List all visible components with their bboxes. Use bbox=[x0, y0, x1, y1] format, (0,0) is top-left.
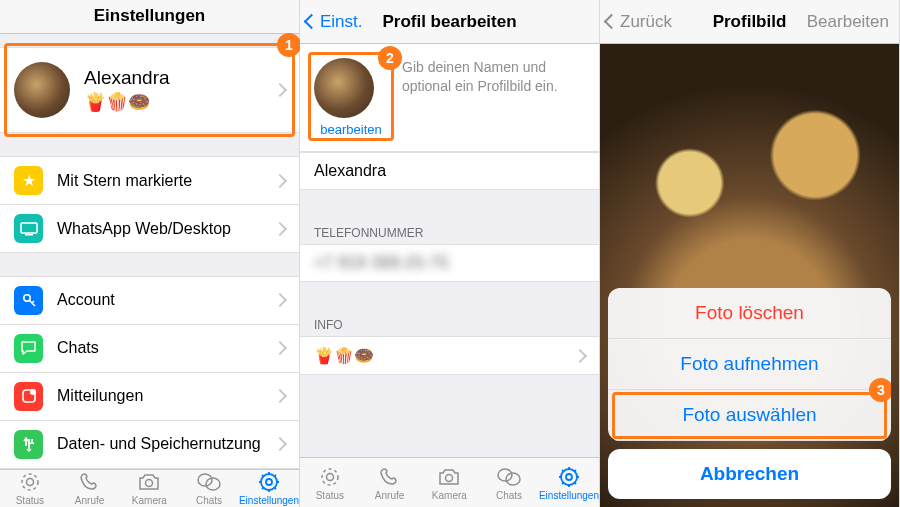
tab-chats[interactable]: Chats bbox=[479, 458, 539, 507]
option-choose-photo[interactable]: Foto auswählen bbox=[608, 390, 891, 441]
chevron-right-icon bbox=[275, 220, 285, 238]
chevron-left-icon bbox=[304, 14, 320, 30]
svg-point-11 bbox=[266, 479, 272, 485]
svg-point-6 bbox=[26, 479, 33, 486]
option-delete-photo[interactable]: Foto löschen bbox=[608, 288, 891, 339]
callout-badge-3: 3 bbox=[869, 378, 891, 402]
tab-label: Chats bbox=[196, 495, 222, 506]
tab-label: Status bbox=[16, 495, 44, 506]
navbar-title: Profil bearbeiten bbox=[382, 12, 516, 32]
tab-settings[interactable]: Einstellungen bbox=[539, 458, 599, 507]
callout-badge-2: 2 bbox=[378, 46, 402, 70]
phone-value: +7 919 388-25-75 bbox=[314, 254, 449, 272]
tab-label: Status bbox=[316, 490, 344, 501]
tab-label: Kamera bbox=[432, 490, 467, 501]
tab-label: Anrufe bbox=[75, 495, 104, 506]
hint-text: Gib deinen Namen und optional ein Profil… bbox=[402, 58, 585, 137]
section-header-info: INFO bbox=[300, 312, 599, 336]
cell-label: Chats bbox=[57, 339, 99, 357]
chats-icon bbox=[496, 465, 522, 489]
tab-settings[interactable]: Einstellungen bbox=[239, 470, 299, 507]
action-sheet: Foto löschen Foto aufnehmen Foto auswähl… bbox=[608, 288, 891, 499]
navbar: Zurück Profilbild Bearbeiten bbox=[600, 0, 899, 44]
tab-label: Einstellungen bbox=[239, 495, 299, 506]
chats-settings-cell[interactable]: Chats bbox=[0, 325, 299, 373]
phone-icon bbox=[79, 470, 101, 494]
chat-icon bbox=[14, 334, 43, 363]
avatar[interactable] bbox=[314, 58, 374, 118]
screen-edit-profile: Einst. Profil bearbeiten bearbeiten 2 Gi… bbox=[300, 0, 600, 507]
cell-label: Mit Stern markierte bbox=[57, 172, 192, 190]
tab-status[interactable]: Status bbox=[0, 470, 60, 507]
star-icon: ★ bbox=[14, 166, 43, 195]
edit-photo-link[interactable]: bearbeiten bbox=[320, 122, 381, 137]
svg-point-7 bbox=[146, 480, 153, 487]
data-icon bbox=[14, 430, 43, 459]
action-sheet-cancel[interactable]: Abbrechen bbox=[608, 449, 891, 499]
navbar-edit[interactable]: Bearbeiten bbox=[807, 12, 889, 32]
name-field[interactable]: Alexandra bbox=[300, 152, 599, 190]
navbar-title: Einstellungen bbox=[94, 6, 205, 26]
svg-rect-0 bbox=[21, 223, 37, 233]
gear-icon bbox=[557, 465, 581, 489]
info-value: 🍟🍿🍩 bbox=[314, 346, 374, 365]
chevron-right-icon bbox=[575, 347, 585, 365]
tab-calls[interactable]: Anrufe bbox=[60, 470, 120, 507]
svg-point-18 bbox=[566, 474, 572, 480]
tab-camera[interactable]: Kamera bbox=[119, 470, 179, 507]
photo-viewer: Foto löschen Foto aufnehmen Foto auswähl… bbox=[600, 44, 899, 507]
tab-status[interactable]: Status bbox=[300, 458, 360, 507]
cell-label: Daten- und Speichernutzung bbox=[57, 435, 261, 453]
notification-icon bbox=[14, 382, 43, 411]
chevron-right-icon bbox=[275, 172, 285, 190]
tab-label: Anrufe bbox=[375, 490, 404, 501]
webdesktop-cell[interactable]: WhatsApp Web/Desktop bbox=[0, 205, 299, 253]
screen-settings: Einstellungen Alexandra 🍟🍿🍩 1 ★ Mit Ster… bbox=[0, 0, 300, 507]
svg-point-8 bbox=[198, 474, 212, 486]
chevron-right-icon bbox=[275, 291, 285, 309]
back-label: Zurück bbox=[620, 12, 672, 32]
tab-calls[interactable]: Anrufe bbox=[360, 458, 420, 507]
action-sheet-options: Foto löschen Foto aufnehmen Foto auswähl… bbox=[608, 288, 891, 441]
camera-icon bbox=[137, 470, 161, 494]
name-value: Alexandra bbox=[314, 162, 386, 180]
data-usage-cell[interactable]: Daten- und Speichernutzung bbox=[0, 421, 299, 469]
svg-point-14 bbox=[446, 474, 453, 481]
back-button[interactable]: Einst. bbox=[306, 12, 363, 32]
option-take-photo[interactable]: Foto aufnehmen bbox=[608, 339, 891, 390]
notifications-cell[interactable]: Mitteilungen bbox=[0, 373, 299, 421]
chevron-right-icon bbox=[275, 435, 285, 453]
phone-cell[interactable]: +7 919 388-25-75 bbox=[300, 244, 599, 282]
profile-name: Alexandra bbox=[84, 67, 170, 89]
avatar bbox=[14, 62, 70, 118]
chevron-right-icon bbox=[275, 387, 285, 405]
phone-icon bbox=[379, 465, 401, 489]
tab-label: Chats bbox=[496, 490, 522, 501]
tab-label: Einstellungen bbox=[539, 490, 599, 501]
svg-point-13 bbox=[326, 473, 333, 480]
chevron-right-icon bbox=[275, 81, 285, 99]
starred-cell[interactable]: ★ Mit Stern markierte bbox=[0, 156, 299, 205]
tab-camera[interactable]: Kamera bbox=[419, 458, 479, 507]
navbar: Einst. Profil bearbeiten bbox=[300, 0, 599, 44]
section-header-phone: TELEFONNUMMER bbox=[300, 220, 599, 244]
chats-icon bbox=[196, 470, 222, 494]
profile-cell[interactable]: Alexandra 🍟🍿🍩 bbox=[0, 47, 299, 133]
key-icon bbox=[14, 286, 43, 315]
tab-label: Kamera bbox=[132, 495, 167, 506]
desktop-icon bbox=[14, 214, 43, 243]
screen-profilbild: Zurück Profilbild Bearbeiten Foto lösche… bbox=[600, 0, 900, 507]
edit-header: bearbeiten 2 Gib deinen Namen und option… bbox=[300, 44, 599, 152]
svg-point-9 bbox=[206, 478, 220, 490]
svg-point-15 bbox=[498, 469, 512, 481]
info-cell[interactable]: 🍟🍿🍩 bbox=[300, 336, 599, 375]
account-cell[interactable]: Account bbox=[0, 276, 299, 325]
tabbar: Status Anrufe Kamera Chats Einstellungen bbox=[0, 469, 299, 507]
svg-point-12 bbox=[322, 469, 338, 485]
camera-icon bbox=[437, 465, 461, 489]
gear-icon bbox=[257, 470, 281, 494]
tab-chats[interactable]: Chats bbox=[179, 470, 239, 507]
svg-point-16 bbox=[506, 473, 520, 485]
chevron-right-icon bbox=[275, 339, 285, 357]
back-button[interactable]: Zurück bbox=[606, 12, 672, 32]
